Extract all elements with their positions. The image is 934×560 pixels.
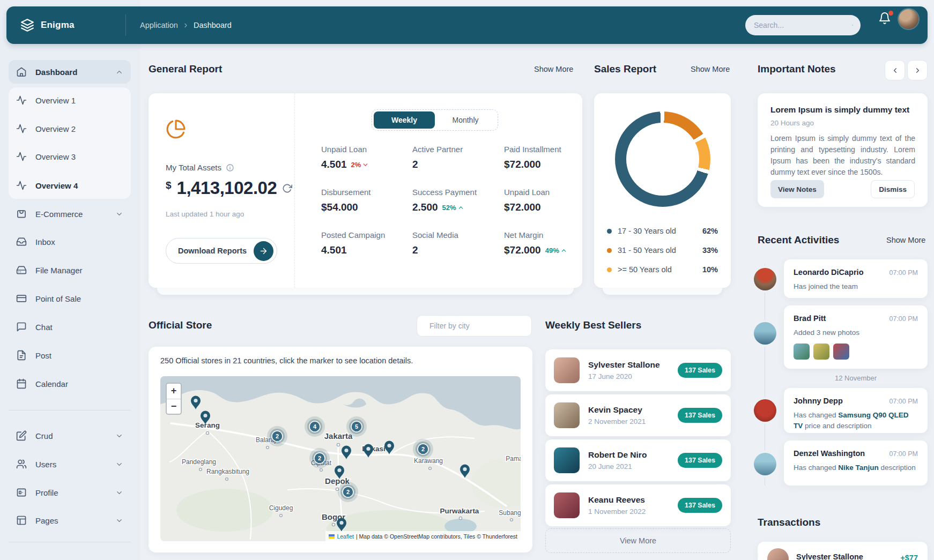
sidebar-item-overview-3[interactable]: Overview 3 xyxy=(9,146,131,167)
breadcrumb-application[interactable]: Application xyxy=(140,21,178,29)
sidebar-item-point-of-sale[interactable]: Point of Sale xyxy=(9,288,131,309)
chevron-right-icon xyxy=(914,66,922,74)
notifications-button[interactable] xyxy=(878,12,893,27)
filter-city-input[interactable] xyxy=(428,321,528,331)
zoom-in-button[interactable]: + xyxy=(167,384,181,399)
users-icon xyxy=(16,459,27,469)
sidebar-item-calendar[interactable]: Calendar xyxy=(9,373,131,394)
cluster-marker[interactable]: 2 xyxy=(413,439,433,459)
hard-drive-icon xyxy=(16,265,27,275)
avatar xyxy=(754,453,776,475)
sales-donut-chart[interactable] xyxy=(615,111,710,207)
sidebar-item-file-manager[interactable]: File Manager xyxy=(9,259,131,281)
brand-name: Enigma xyxy=(41,20,75,31)
avatar xyxy=(754,399,776,422)
pie-chart-icon xyxy=(166,119,186,139)
sidebar-item-post[interactable]: Post xyxy=(9,345,131,366)
sidebar-item-dashboard[interactable]: Dashboard xyxy=(9,60,131,84)
sales-report-show-more[interactable]: Show More xyxy=(691,65,730,73)
map-canvas: Serang Balaraja Jakarta Bekasi Karawang … xyxy=(160,376,521,541)
map-city-label: Pandeglang xyxy=(182,458,216,466)
total-assets-label: My Total Assets xyxy=(166,163,234,172)
sidebar-item-users[interactable]: Users xyxy=(9,453,131,475)
product-link[interactable]: Nike Tanjun xyxy=(838,464,879,472)
legend-item: 31 - 50 Years old 33% xyxy=(607,245,718,256)
cluster-marker[interactable]: 4 xyxy=(305,416,325,437)
store-description: 250 Official stores in 21 countries, cli… xyxy=(160,356,413,365)
transaction-row[interactable]: Sylvester Stallone +$77 xyxy=(758,542,928,560)
photo-thumbnail[interactable] xyxy=(833,344,849,360)
sidebar-item-overview-1[interactable]: Overview 1 xyxy=(9,89,131,111)
zoom-out-button[interactable]: − xyxy=(167,399,181,414)
notes-prev-button[interactable] xyxy=(885,60,905,80)
view-notes-button[interactable]: View Notes xyxy=(770,180,824,198)
sales-report-card: 17 - 30 Years old 62% 31 - 50 Years old … xyxy=(594,93,731,288)
best-seller-row[interactable]: Robert De Niro 20 June 2021 137 Sales xyxy=(545,439,731,481)
sidebar-divider xyxy=(9,410,131,410)
avatar xyxy=(754,268,776,290)
stat-unpaid-loan-2: Unpaid Loan $72.000 xyxy=(504,188,595,230)
calendar-icon xyxy=(16,378,27,389)
store-map[interactable]: Serang Balaraja Jakarta Bekasi Karawang … xyxy=(160,376,521,541)
map-city-label: Purwakarta xyxy=(440,507,479,515)
sales-badge: 137 Sales xyxy=(678,498,722,513)
sidebar-item-crud[interactable]: Crud xyxy=(9,425,131,446)
sidebar-item-pages[interactable]: Pages xyxy=(9,510,131,531)
cluster-marker[interactable]: 2 xyxy=(267,426,287,446)
avatar xyxy=(767,548,789,560)
sales-badge: 137 Sales xyxy=(678,453,722,468)
map-attribution: Leaflet | Map data © OpenStreetMap contr… xyxy=(325,531,521,541)
view-more-button[interactable]: View More xyxy=(545,528,731,553)
avatar xyxy=(554,447,580,473)
dismiss-button[interactable]: Dismiss xyxy=(871,180,915,198)
brand[interactable]: Enigma xyxy=(6,18,125,32)
sales-badge: 137 Sales xyxy=(678,363,722,378)
chevron-down-icon xyxy=(115,432,123,440)
download-reports-button[interactable]: Download Reports xyxy=(166,238,277,264)
best-seller-row[interactable]: Kevin Spacey 2 November 2021 137 Sales xyxy=(545,394,731,436)
photo-strip xyxy=(794,344,918,360)
toggle-monthly[interactable]: Monthly xyxy=(435,111,496,129)
toggle-weekly[interactable]: Weekly xyxy=(374,111,435,129)
chevron-down-icon xyxy=(362,161,369,168)
general-report-card: My Total Assets $ 1,413,102.02 Last upda… xyxy=(149,93,582,288)
best-seller-row[interactable]: Sylvester Stallone 17 June 2020 137 Sale… xyxy=(545,349,731,391)
activity-card: Denzel Washington 07:00 PM Has changed N… xyxy=(784,440,928,486)
leaflet-link[interactable]: Leaflet xyxy=(337,533,354,540)
chevron-up-icon xyxy=(560,247,567,254)
sidebar-item-overview-4[interactable]: Overview 4 xyxy=(9,175,131,196)
sidebar-item-chat[interactable]: Chat xyxy=(9,316,131,338)
cluster-marker[interactable]: 5 xyxy=(346,416,367,437)
best-seller-row[interactable]: Keanu Reeves 1 November 2022 137 Sales xyxy=(545,484,731,526)
sidebar-item-ecommerce[interactable]: E-Commerce xyxy=(9,203,131,225)
photo-thumbnail[interactable] xyxy=(813,344,829,360)
breadcrumb-dashboard[interactable]: Dashboard xyxy=(194,21,232,29)
sidebar-item-profile[interactable]: Profile xyxy=(9,482,131,503)
recent-activities-show-more[interactable]: Show More xyxy=(886,236,925,244)
sidebar-item-overview-2[interactable]: Overview 2 xyxy=(9,118,131,139)
filter-by-city-box xyxy=(417,315,532,337)
search-input[interactable] xyxy=(753,20,852,30)
map-city-label: Subang xyxy=(499,509,521,517)
stat-disbursement: Disbursement $54.000 xyxy=(321,188,412,230)
general-report-show-more[interactable]: Show More xyxy=(534,65,573,73)
stat-active-partner: Active Partner 2 xyxy=(412,145,504,188)
arrow-right-icon xyxy=(254,241,273,261)
activity-icon xyxy=(16,180,27,191)
photo-thumbnail[interactable] xyxy=(794,344,810,360)
cluster-marker[interactable]: 2 xyxy=(338,482,358,502)
timeline-line xyxy=(765,264,765,486)
info-icon[interactable] xyxy=(226,163,234,172)
sales-report-title: Sales Report xyxy=(594,63,656,75)
card-divider xyxy=(294,93,295,288)
stats-grid: Unpaid Loan 4.501 2% Active Partner 2 Pa… xyxy=(321,145,595,273)
cluster-marker[interactable]: 2 xyxy=(309,448,330,468)
sidebar-item-inbox[interactable]: Inbox xyxy=(9,231,131,252)
stat-social-media: Social Media 2 xyxy=(412,230,504,273)
user-avatar[interactable] xyxy=(899,9,918,29)
notes-next-button[interactable] xyxy=(907,60,928,80)
note-time: 20 Hours ago xyxy=(770,119,814,127)
notification-dot xyxy=(888,11,893,16)
inbox-icon xyxy=(16,236,27,247)
refresh-icon[interactable] xyxy=(282,183,292,193)
